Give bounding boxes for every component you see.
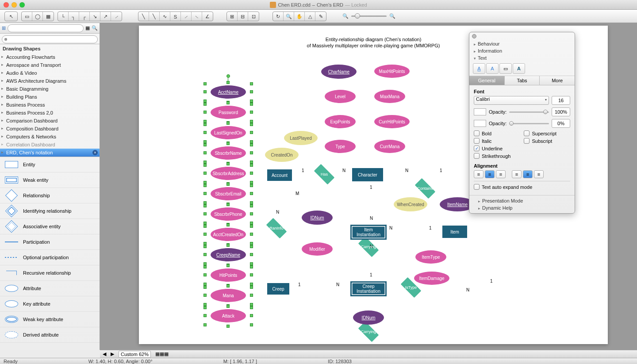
attr-maxmana[interactable]: MaxMana	[374, 90, 405, 103]
rel-raninfo[interactable]: RanInfo	[263, 221, 290, 235]
shape-recursive-relationship[interactable]: Recursive relationship	[0, 265, 100, 281]
resize-handle[interactable]	[250, 172, 253, 175]
resize-handle[interactable]	[226, 325, 230, 328]
resize-handle[interactable]	[203, 225, 207, 228]
shape-derived-attribute[interactable]: Derived attribute	[0, 327, 100, 343]
selected-attr[interactable]: AcctCreatedOn	[211, 228, 246, 241]
color-swatch-1[interactable]	[474, 108, 486, 115]
section-information[interactable]: Information	[469, 47, 575, 54]
resize-handle[interactable]	[203, 273, 207, 276]
resize-handle[interactable]	[250, 286, 253, 289]
text-font-icon[interactable]: A	[513, 63, 525, 74]
selected-attributes-column[interactable]: AcctNamePasswordLastSignedOnSbscrbrNameS…	[205, 84, 251, 328]
connector-6[interactable]: ⟋	[111, 12, 122, 21]
attr-charname[interactable]: CharName	[321, 65, 357, 79]
eyedropper-tool[interactable]: ✎	[315, 12, 326, 21]
text-highlight-icon[interactable]: A	[486, 63, 499, 74]
resize-handle[interactable]	[226, 244, 230, 247]
attr-currmana[interactable]: CurrMana	[374, 140, 405, 153]
library-item[interactable]: Audio & Video	[0, 69, 100, 77]
selected-attr[interactable]: HitPoints	[211, 268, 246, 282]
resize-handle[interactable]	[203, 306, 207, 309]
resize-handle[interactable]	[203, 100, 207, 103]
selected-attr[interactable]: Attack	[211, 309, 246, 322]
shape-entity[interactable]: Entity	[0, 157, 100, 172]
selected-attr[interactable]: SbscrbrName	[211, 146, 246, 160]
shape-associative-entity[interactable]: Associative entity	[0, 219, 100, 234]
library-item[interactable]: Building Plans	[0, 93, 100, 101]
tree-tool-2[interactable]: ⊟	[238, 12, 248, 21]
resize-handle[interactable]	[250, 111, 253, 114]
check-italic[interactable]: Italic	[474, 138, 510, 144]
selected-attr-row[interactable]: SbscrbrName	[205, 145, 251, 162]
shape-optional-participation[interactable]: Optional participation	[0, 250, 100, 265]
attr-modifier[interactable]: Modifier	[302, 242, 333, 256]
resize-handle[interactable]	[226, 183, 230, 186]
selected-attr[interactable]: SbscrbrPhone	[211, 207, 246, 221]
resize-handle[interactable]	[226, 162, 230, 165]
library-item[interactable]: Business Process	[0, 101, 100, 109]
entity-item-instantiation[interactable]: Item Instantiation	[350, 225, 387, 240]
check-strikethrough[interactable]: Strikethrough	[474, 153, 510, 159]
canvas-area[interactable]: Entity-relationship diagram (Chen's nota…	[100, 23, 637, 350]
library-item[interactable]: Correlation Dashboard	[0, 141, 100, 149]
resize-handle[interactable]	[250, 82, 253, 85]
angle-tool-1[interactable]: ⟋	[181, 12, 192, 21]
connector-5[interactable]: ↗	[100, 12, 111, 21]
library-item[interactable]: Comparison Dashboard	[0, 117, 100, 125]
resize-handle[interactable]	[250, 204, 253, 207]
rectangle-tool[interactable]: ▭	[22, 12, 32, 21]
resize-handle[interactable]	[203, 294, 207, 297]
resize-handle[interactable]	[203, 184, 207, 187]
stamp-tool[interactable]: △	[305, 12, 315, 21]
resize-handle[interactable]	[250, 245, 253, 248]
attr-maxhit[interactable]: MaxHitPoints	[374, 65, 410, 78]
resize-handle[interactable]	[203, 143, 207, 146]
resize-handle[interactable]	[250, 323, 253, 326]
resize-handle[interactable]	[226, 223, 230, 226]
resize-handle[interactable]	[203, 233, 207, 236]
resize-handle[interactable]	[226, 264, 230, 267]
rel-carrying2[interactable]: Carrying	[355, 325, 382, 339]
tab-general[interactable]: General	[469, 76, 505, 85]
attr-lastplayed[interactable]: LastPlayed	[284, 131, 318, 145]
zoom-slider[interactable]	[351, 15, 387, 17]
resize-handle[interactable]	[250, 143, 253, 146]
resize-handle[interactable]	[250, 212, 253, 215]
minimize-window-button[interactable]	[12, 2, 17, 8]
resize-handle[interactable]	[250, 123, 253, 126]
resize-handle[interactable]	[250, 100, 253, 103]
shape-key-attribute[interactable]: Key attribute	[0, 296, 100, 312]
resize-handle[interactable]	[250, 265, 253, 268]
rel-contains[interactable]: Contains	[411, 181, 439, 195]
connector-2[interactable]: ┐	[69, 12, 79, 21]
library-filter-input[interactable]	[2, 35, 98, 43]
tab-more[interactable]: More	[540, 76, 575, 85]
resize-handle[interactable]	[203, 283, 207, 286]
panel-close-icon[interactable]	[472, 34, 476, 38]
attr-currhit[interactable]: CurrHitPoints	[374, 115, 410, 128]
font-select[interactable]: Calibri	[474, 96, 549, 105]
selected-attr[interactable]: CreepName	[211, 248, 246, 261]
check-subscript[interactable]: Subscript	[524, 138, 556, 144]
resize-handle[interactable]	[250, 222, 253, 225]
pointer-tool[interactable]: ↖	[5, 12, 17, 21]
library-item[interactable]: Accounting Flowcharts	[0, 53, 100, 61]
section-dynamic-help[interactable]: Dynamic Help	[474, 204, 570, 211]
tree-tool-1[interactable]: ⊞	[227, 12, 238, 21]
curve-tool[interactable]: ∿	[160, 12, 170, 21]
attr-idnum2[interactable]: IDNum	[353, 310, 384, 325]
resize-handle[interactable]	[250, 161, 253, 164]
zoom-field[interactable]: Custom 62%	[119, 351, 151, 358]
zoom-in-icon[interactable]: 🔍	[389, 13, 395, 19]
align-left[interactable]: ≡	[474, 170, 484, 178]
shape-weak-key-attribute[interactable]: Weak key attribute	[0, 312, 100, 327]
resize-handle[interactable]	[203, 82, 207, 85]
selected-attr-row[interactable]: SbscrbrAddress	[205, 165, 251, 182]
resize-handle[interactable]	[250, 262, 253, 265]
library-item-active[interactable]: ERD, Chen's notation×	[0, 149, 100, 157]
resize-handle[interactable]	[203, 262, 207, 265]
resize-handle[interactable]	[250, 181, 253, 184]
resize-handle[interactable]	[203, 286, 207, 289]
section-text[interactable]: Text	[469, 54, 575, 61]
